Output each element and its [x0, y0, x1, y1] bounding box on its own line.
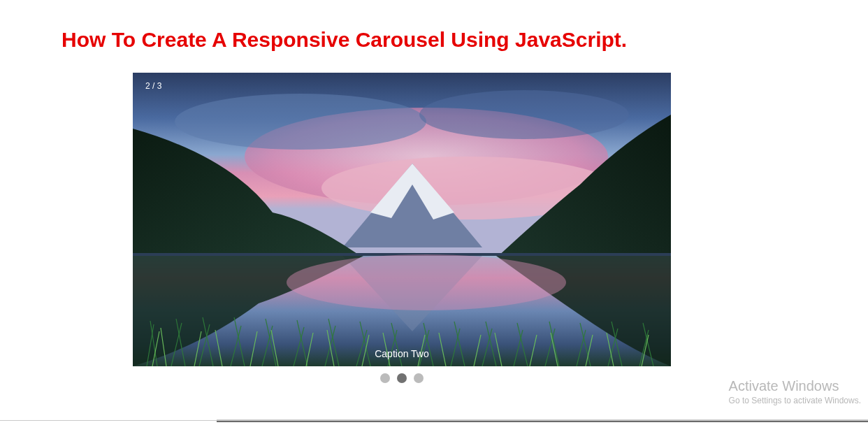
- windows-activation-watermark: Activate Windows Go to Settings to activ…: [729, 378, 861, 405]
- slide-counter: 2 / 3: [141, 78, 166, 94]
- svg-point-2: [175, 94, 426, 150]
- svg-point-10: [287, 254, 566, 310]
- carousel-slide[interactable]: 2 / 3 Caption Two: [133, 73, 671, 366]
- page-title: How To Create A Responsive Carousel Usin…: [62, 28, 868, 52]
- taskbar-scrollbar[interactable]: [217, 421, 868, 422]
- watermark-title: Activate Windows: [729, 378, 861, 394]
- taskbar-divider: [0, 420, 217, 421]
- carousel-dots: [133, 373, 671, 386]
- svg-point-3: [419, 90, 629, 139]
- dot-2[interactable]: [397, 373, 407, 383]
- slide-caption: Caption Two: [133, 341, 671, 366]
- dot-1[interactable]: [380, 373, 390, 383]
- carousel: 2 / 3 Caption Two: [133, 73, 671, 386]
- watermark-subtitle: Go to Settings to activate Windows.: [729, 396, 861, 405]
- dot-3[interactable]: [414, 373, 424, 383]
- carousel-image: [133, 73, 671, 366]
